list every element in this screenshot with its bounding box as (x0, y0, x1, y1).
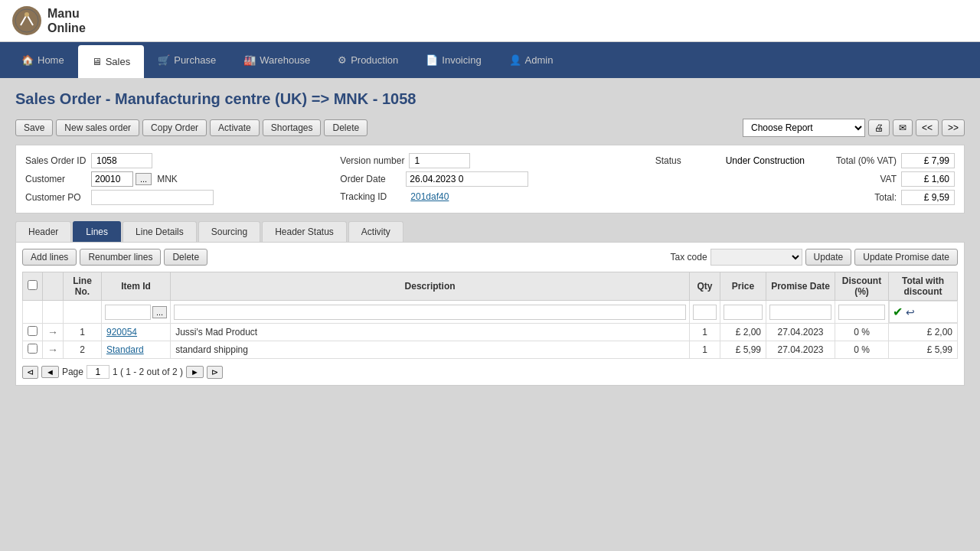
col-discount: Discount (%) (835, 272, 889, 301)
row1-description: Jussi's Mad Product (171, 324, 690, 341)
update-button[interactable]: Update (805, 249, 852, 266)
table-delete-button[interactable]: Delete (164, 249, 207, 266)
order-date-input[interactable] (406, 171, 528, 187)
tab-activity[interactable]: Activity (348, 221, 403, 242)
version-label: Version number (340, 155, 404, 166)
update-promise-button[interactable]: Update Promise date (854, 249, 958, 266)
total-value: £ 9,59 (901, 190, 955, 205)
tab-lines[interactable]: Lines (73, 221, 121, 242)
new-item-id-input[interactable] (105, 305, 151, 320)
add-lines-button[interactable]: Add lines (22, 249, 77, 266)
email-button[interactable]: ✉ (893, 119, 913, 136)
new-description-input[interactable] (174, 305, 686, 320)
total-label: Total: (874, 192, 897, 203)
prev-prev-button[interactable]: << (916, 119, 939, 136)
input-row-discount (835, 301, 889, 324)
row2-promise-date: 27.04.2023 (766, 341, 835, 359)
row2-line-no: 2 (64, 341, 102, 359)
nav-invoicing[interactable]: 📄 Invoicing (412, 44, 495, 77)
row1-line-no: 1 (64, 324, 102, 341)
row2-check[interactable] (28, 344, 38, 354)
row1-check[interactable] (28, 326, 38, 336)
row1-arrow[interactable]: → (43, 324, 64, 341)
confirm-icon[interactable]: ✔ (893, 305, 903, 319)
tabs-bar: Header Lines Line Details Sourcing Heade… (15, 221, 965, 242)
page-number-input[interactable] (87, 365, 109, 379)
pagination: ⊲ ◄ Page 1 ( 1 - 2 out of 2 ) ► ⊳ (22, 365, 958, 379)
svg-point-1 (24, 12, 29, 17)
new-qty-input[interactable] (693, 305, 717, 320)
nav-bar: 🏠 Home 🖥 Sales 🛒 Purchase 🏭 Warehouse ⚙ … (0, 42, 980, 78)
tab-header-status[interactable]: Header Status (262, 221, 347, 242)
row1-promise-date: 27.04.2023 (766, 324, 835, 341)
right-info-col: Status Under Construction Total (0% VAT)… (655, 152, 955, 207)
row1-arrow-icon: → (47, 326, 58, 338)
new-discount-input[interactable] (838, 305, 885, 320)
next-page-button[interactable]: ► (186, 366, 204, 378)
first-page-button[interactable]: ⊲ (22, 366, 38, 379)
col-arrow (43, 272, 64, 301)
copy-order-button[interactable]: Copy Order (142, 119, 207, 136)
nav-production[interactable]: ⚙ Production (324, 44, 412, 77)
col-item-id: Item Id (102, 272, 171, 301)
table-row: → 2 Standard standard shipping 1 £ 5,99 … (23, 341, 958, 359)
col-promise-date: Promise Date (766, 272, 835, 301)
col-qty: Qty (690, 272, 720, 301)
new-promise-input[interactable] (769, 305, 831, 320)
input-row: ... (23, 301, 958, 324)
sales-order-id-value: 1058 (91, 153, 152, 168)
tab-header[interactable]: Header (15, 221, 71, 242)
row1-item-id[interactable]: 920054 (102, 324, 171, 341)
input-row-arrow (43, 301, 64, 324)
nav-admin[interactable]: 👤 Admin (495, 44, 567, 77)
nav-sales[interactable]: 🖥 Sales (78, 45, 145, 78)
row2-arrow-icon: → (47, 344, 58, 356)
save-button[interactable]: Save (15, 119, 53, 136)
tab-line-details[interactable]: Line Details (122, 221, 197, 242)
next-next-button[interactable]: >> (942, 119, 965, 136)
nav-warehouse[interactable]: 🏭 Warehouse (230, 44, 324, 77)
tax-code-select[interactable] (710, 249, 802, 266)
input-row-line (64, 301, 102, 324)
shortages-button[interactable]: Shortages (263, 119, 322, 136)
version-row: Version number 1 (340, 152, 639, 170)
col-price: Price (720, 272, 766, 301)
activate-button[interactable]: Activate (210, 119, 260, 136)
input-row-qty (690, 301, 720, 324)
last-page-button[interactable]: ⊳ (207, 366, 223, 379)
sales-order-id-row: Sales Order ID 1058 (25, 152, 325, 170)
delete-button[interactable]: Delete (324, 119, 368, 136)
row1-total: £ 2,00 (889, 324, 958, 341)
row2-checkbox (23, 341, 43, 359)
renumber-lines-button[interactable]: Renumber lines (80, 249, 161, 266)
customer-po-input[interactable] (91, 190, 214, 205)
col-total: Total with discount (889, 272, 958, 301)
prev-page-button[interactable]: ◄ (41, 366, 59, 378)
page-label: Page (62, 367, 83, 377)
input-row-desc (171, 301, 690, 324)
select-all-checkbox[interactable] (28, 280, 38, 290)
new-sales-order-button[interactable]: New sales order (56, 119, 139, 136)
nav-purchase[interactable]: 🛒 Purchase (144, 44, 230, 77)
print-button[interactable]: 🖨 (868, 119, 890, 136)
customer-po-label: Customer PO (25, 192, 87, 203)
customer-lookup-button[interactable]: ... (136, 173, 152, 185)
new-price-input[interactable] (724, 305, 763, 320)
total-vat-label: Total (0% VAT) (836, 155, 897, 166)
customer-id-input[interactable] (91, 171, 133, 187)
customer-label: Customer (25, 174, 87, 184)
col-line-no: Line No. (64, 272, 102, 301)
nav-home[interactable]: 🏠 Home (8, 44, 78, 77)
row2-item-id[interactable]: Standard (102, 341, 171, 359)
cancel-icon[interactable]: ↩ (906, 306, 915, 318)
row2-total: £ 5,99 (889, 341, 958, 359)
input-row-actions: ✔ ↩ (889, 301, 958, 323)
order-info-section: Sales Order ID 1058 Customer ... MNK Cus… (15, 145, 965, 214)
item-lookup-button[interactable]: ... (152, 306, 167, 318)
tracking-id-link[interactable]: 201daf40 (406, 190, 467, 204)
tab-sourcing[interactable]: Sourcing (198, 221, 260, 242)
choose-report-select[interactable]: Choose Report (743, 119, 865, 137)
page-title: Sales Order - Manufacturing centre (UK) … (15, 90, 965, 108)
order-date-label: Order Date (340, 174, 401, 184)
row2-arrow[interactable]: → (43, 341, 64, 359)
